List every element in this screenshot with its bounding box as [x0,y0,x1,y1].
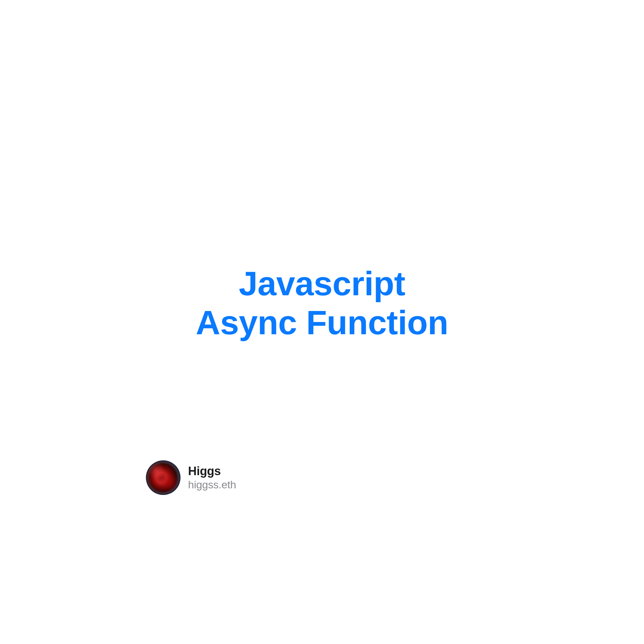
content-card: Javascript Async Function Higgs higgss.e… [121,121,523,523]
title-line-1: Javascript [239,264,405,303]
title-line-2: Async Function [196,303,448,341]
avatar[interactable] [146,460,180,495]
author-row[interactable]: Higgs higgss.eth [146,460,498,498]
page-title: Javascript Async Function [196,264,448,342]
author-name: Higgs [188,464,236,478]
title-area: Javascript Async Function [146,146,498,460]
author-text: Higgs higgss.eth [188,464,236,491]
author-handle: higgss.eth [188,479,236,491]
